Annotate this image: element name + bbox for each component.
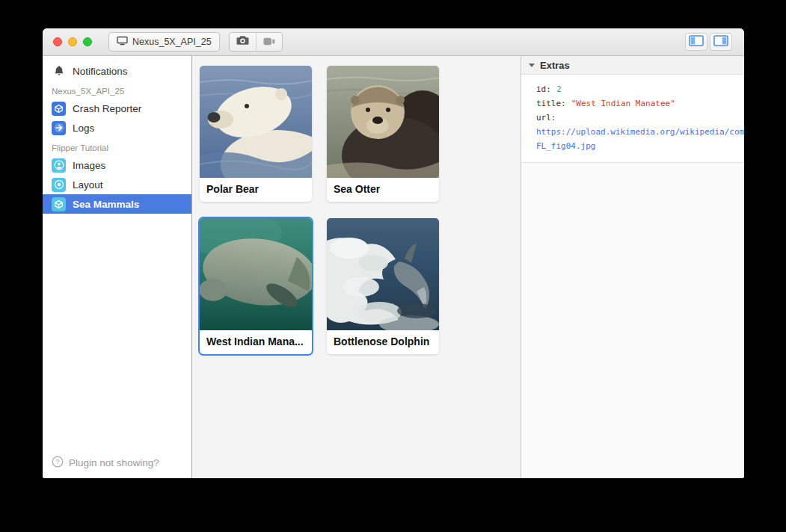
user-circle-icon xyxy=(52,158,66,173)
polar-bear-photo xyxy=(200,66,312,178)
right-panel-toggle-button[interactable] xyxy=(710,33,732,51)
data-inspector: id:2 title:"West Indian Manatee" url: ht… xyxy=(521,75,744,163)
inspector-row-url-value-2[interactable]: FL_fig04.jpg xyxy=(536,139,744,153)
extras-header[interactable]: Extras xyxy=(521,56,744,75)
chevron-down-icon xyxy=(529,64,535,67)
sea-otter-photo xyxy=(327,66,439,178)
inspector-row-url[interactable]: url: xyxy=(536,111,744,125)
plugin-content: Polar Bear xyxy=(192,56,521,478)
sidebar-item-crash-reporter[interactable]: Crash Reporter xyxy=(43,99,191,118)
flipper-window: Nexus_5X_API_25 xyxy=(43,28,744,478)
sidebar-item-label: Crash Reporter xyxy=(73,103,141,114)
sidebar-item-notifications[interactable]: Notifications xyxy=(43,61,191,81)
sidebar-item-sea-mammals[interactable]: Sea Mammals xyxy=(43,194,191,214)
svg-text:?: ? xyxy=(55,457,59,466)
mammal-card-grid: Polar Bear xyxy=(200,66,521,354)
bell-icon xyxy=(52,64,66,78)
capture-button-group xyxy=(229,32,283,52)
plugin-help-link[interactable]: ? Plugin not showing? xyxy=(43,448,191,478)
card-polar-bear[interactable]: Polar Bear xyxy=(200,66,312,202)
camera-icon xyxy=(236,35,249,49)
traffic-lights xyxy=(53,37,92,46)
cube-icon xyxy=(52,102,66,116)
sidebar-section-tutorial: Flipper Tutorial xyxy=(43,137,191,155)
plugin-sidebar: Notifications Nexus_5X_API_25 Crash Repo… xyxy=(43,56,192,478)
card-title: West Indian Mana... xyxy=(200,330,312,354)
sidebar-section-device: Nexus_5X_API_25 xyxy=(43,81,191,99)
monitor-icon xyxy=(117,36,128,48)
left-panel-toggle-button[interactable] xyxy=(685,33,707,51)
cube-icon xyxy=(52,197,66,211)
sidebar-item-label: Notifications xyxy=(73,66,128,77)
zoom-window-button[interactable] xyxy=(83,37,92,46)
video-camera-icon xyxy=(263,35,275,49)
extras-panel: Extras id:2 title:"West Indian Manatee" … xyxy=(521,56,744,478)
panel-toggles xyxy=(685,33,732,51)
screenshot-button[interactable] xyxy=(230,33,256,51)
inspector-row-title[interactable]: title:"West Indian Manatee" xyxy=(536,96,744,111)
device-tab-label: Nexus_5X_API_25 xyxy=(132,37,212,47)
sidebar-item-label: Images xyxy=(73,160,105,171)
close-window-button[interactable] xyxy=(53,37,62,46)
sidebar-item-label: Logs xyxy=(73,123,94,134)
manatee-photo xyxy=(200,218,312,330)
panel-right-icon xyxy=(713,35,728,49)
question-circle-icon: ? xyxy=(52,456,64,470)
dolphin-photo xyxy=(327,218,439,330)
card-west-indian-manatee[interactable]: West Indian Mana... xyxy=(200,218,312,354)
card-title: Polar Bear xyxy=(200,178,312,202)
card-title: Bottlenose Dolphin xyxy=(327,330,439,354)
minimize-window-button[interactable] xyxy=(68,37,77,46)
card-title: Sea Otter xyxy=(327,178,439,202)
card-bottlenose-dolphin[interactable]: Bottlenose Dolphin xyxy=(327,218,439,354)
sidebar-item-logs[interactable]: Logs xyxy=(43,118,191,137)
sidebar-item-images[interactable]: Images xyxy=(43,155,191,175)
title-bar: Nexus_5X_API_25 xyxy=(43,28,744,56)
panel-left-icon xyxy=(689,35,704,49)
extras-title: Extras xyxy=(540,60,570,71)
device-tab[interactable]: Nexus_5X_API_25 xyxy=(108,32,220,52)
inspector-row-id[interactable]: id:2 xyxy=(536,82,744,96)
sidebar-item-label: Sea Mammals xyxy=(73,199,139,210)
inspector-row-url-value[interactable]: https://upload.wikimedia.org/wikipedia/c… xyxy=(536,125,744,139)
sidebar-item-label: Layout xyxy=(73,179,103,191)
target-icon xyxy=(52,178,66,192)
sidebar-item-layout[interactable]: Layout xyxy=(43,175,191,194)
card-sea-otter[interactable]: Sea Otter xyxy=(327,66,439,202)
screen-record-button[interactable] xyxy=(256,33,282,51)
arrow-right-icon xyxy=(52,121,66,135)
plugin-help-label: Plugin not showing? xyxy=(69,457,159,468)
